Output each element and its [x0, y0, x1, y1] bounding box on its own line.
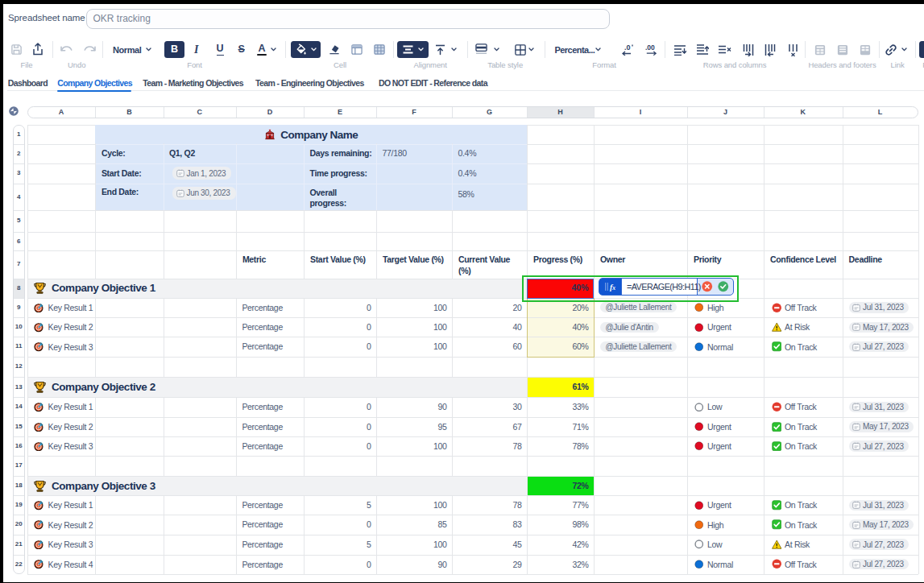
svg-text:.00: .00 — [645, 43, 655, 52]
svg-text:.0: .0 — [624, 43, 631, 52]
